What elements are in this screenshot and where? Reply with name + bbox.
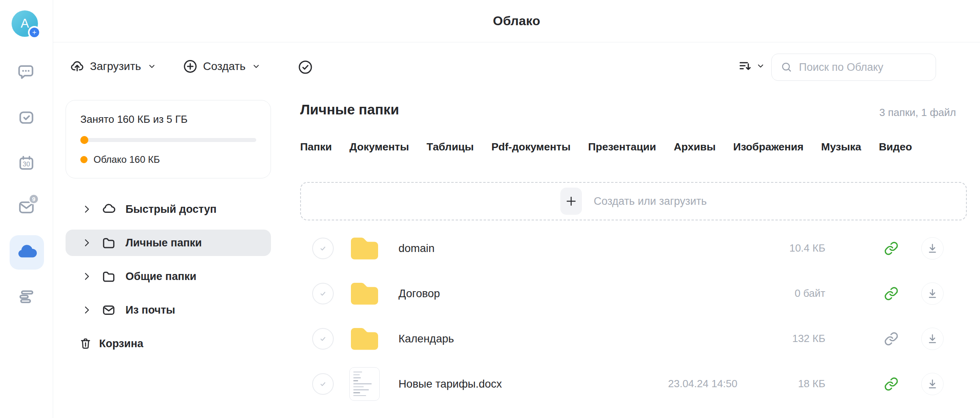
row-checkbox[interactable] — [312, 328, 334, 350]
check-icon — [318, 243, 328, 254]
plus-circle-icon — [183, 59, 197, 74]
lists-icon — [17, 288, 36, 306]
plus-icon — [565, 195, 577, 207]
file-row[interactable]: Договор 0 байт — [300, 271, 967, 316]
storage-legend: Облако 160 КБ — [80, 154, 256, 165]
share-link-button[interactable] — [884, 331, 899, 346]
download-button[interactable] — [921, 282, 944, 305]
storage-progress-bar — [80, 138, 256, 142]
download-button[interactable] — [921, 328, 944, 350]
row-checkbox[interactable] — [312, 373, 334, 395]
rail-item-messages[interactable] — [17, 62, 36, 82]
download-button[interactable] — [921, 237, 944, 260]
cloud-outline-icon — [102, 202, 116, 216]
topbar: Облако — [53, 0, 980, 42]
check-icon — [318, 334, 328, 344]
tree-item-from-mail[interactable]: Из почты — [66, 297, 271, 323]
create-button[interactable]: Создать — [183, 53, 261, 80]
avatar[interactable]: A — [12, 10, 38, 37]
tab-presentations[interactable]: Презентации — [588, 141, 656, 153]
share-link-button[interactable] — [884, 241, 899, 256]
file-size: 132 КБ — [737, 332, 825, 345]
sort-icon — [738, 59, 752, 73]
tree-item-trash[interactable]: Корзина — [66, 330, 271, 357]
tab-spreadsheets[interactable]: Таблицы — [426, 141, 474, 153]
create-or-upload-label: Создать или загрузить — [594, 195, 707, 208]
chevron-right-icon[interactable] — [82, 305, 92, 315]
folder-icon — [348, 235, 381, 262]
file-name: Новые тарифы.docx — [398, 378, 606, 390]
page-title: Облако — [493, 14, 540, 28]
check-icon — [318, 288, 328, 299]
create-or-upload-dropzone[interactable]: Создать или загрузить — [300, 182, 967, 220]
storage-legend-dot — [80, 156, 88, 163]
folder-outline-icon — [102, 269, 116, 284]
plus-tile — [560, 188, 582, 215]
avatar-initial: A — [21, 16, 29, 31]
chevron-right-icon[interactable] — [82, 271, 92, 282]
file-list: domain 10.4 КБ — [300, 226, 967, 406]
tab-folders[interactable]: Папки — [300, 141, 332, 153]
items-count: 3 папки, 1 файл — [879, 106, 956, 119]
sort-control[interactable] — [738, 59, 765, 73]
search-box — [771, 54, 936, 81]
folder-icon — [348, 325, 381, 352]
folder-icon — [348, 280, 381, 307]
chevron-down-icon — [252, 62, 261, 71]
download-icon — [926, 378, 938, 390]
plus-icon — [31, 29, 38, 36]
file-name: Календарь — [398, 332, 606, 345]
tab-images[interactable]: Изображения — [733, 141, 804, 153]
share-link-button[interactable] — [884, 376, 899, 392]
storage-legend-label: Облако 160 КБ — [94, 154, 160, 165]
calendar-icon: 30 — [17, 154, 36, 172]
download-icon — [926, 333, 938, 345]
download-icon — [926, 288, 938, 300]
tree-item-personal-folders[interactable]: Личные папки — [66, 230, 271, 256]
file-row[interactable]: domain 10.4 КБ — [300, 226, 967, 271]
tab-archives[interactable]: Архивы — [674, 141, 716, 153]
link-icon — [884, 241, 899, 256]
tree-item-shared-folders[interactable]: Общие папки — [66, 263, 271, 290]
tree-item-label: Общие папки — [125, 270, 196, 283]
cloud-icon — [16, 242, 38, 263]
add-account-badge[interactable] — [28, 26, 41, 39]
storage-card: Занято 160 КБ из 5 ГБ Облако 160 КБ — [66, 100, 271, 178]
file-name: domain — [398, 242, 606, 255]
folder-outline-icon — [102, 236, 116, 250]
rail-item-mail[interactable]: 9 — [17, 198, 36, 217]
rail-item-calendar[interactable]: 30 — [17, 154, 36, 173]
tab-video[interactable]: Видео — [879, 141, 912, 153]
upload-button-label: Загрузить — [90, 60, 141, 73]
tree-item-quick-access[interactable]: Быстрый доступ — [66, 196, 271, 222]
tab-pdf[interactable]: Pdf-документы — [491, 141, 570, 153]
file-size: 10.4 КБ — [737, 242, 825, 254]
document-thumbnail — [348, 367, 381, 401]
file-row[interactable]: Календарь 132 КБ — [300, 316, 967, 361]
download-button[interactable] — [921, 373, 944, 395]
file-row[interactable]: Новые тарифы.docx 23.04.24 14:50 18 КБ — [300, 361, 967, 406]
share-link-button[interactable] — [884, 286, 899, 301]
select-all-button[interactable] — [298, 60, 313, 74]
check-square-icon — [17, 108, 36, 127]
rail-item-tasks[interactable] — [17, 108, 36, 127]
chevron-right-icon[interactable] — [82, 204, 92, 214]
file-size: 18 КБ — [737, 378, 825, 390]
link-icon — [884, 376, 899, 392]
chevron-down-icon — [147, 62, 156, 71]
section-title: Личные папки — [300, 102, 399, 118]
chat-icon — [17, 63, 36, 81]
row-checkbox[interactable] — [312, 238, 334, 259]
rail-item-docs[interactable] — [17, 287, 36, 306]
upload-button[interactable]: Загрузить — [70, 53, 156, 80]
link-icon — [884, 331, 899, 346]
chevron-right-icon[interactable] — [82, 238, 92, 248]
row-checkbox[interactable] — [312, 283, 334, 304]
tab-documents[interactable]: Документы — [349, 141, 409, 153]
file-name: Договор — [398, 287, 606, 300]
search-input[interactable] — [799, 61, 919, 74]
app-rail: A 30 9 — [0, 0, 53, 418]
rail-item-cloud-active[interactable] — [10, 235, 44, 270]
upload-cloud-icon — [70, 59, 84, 74]
tab-music[interactable]: Музыка — [821, 141, 861, 153]
